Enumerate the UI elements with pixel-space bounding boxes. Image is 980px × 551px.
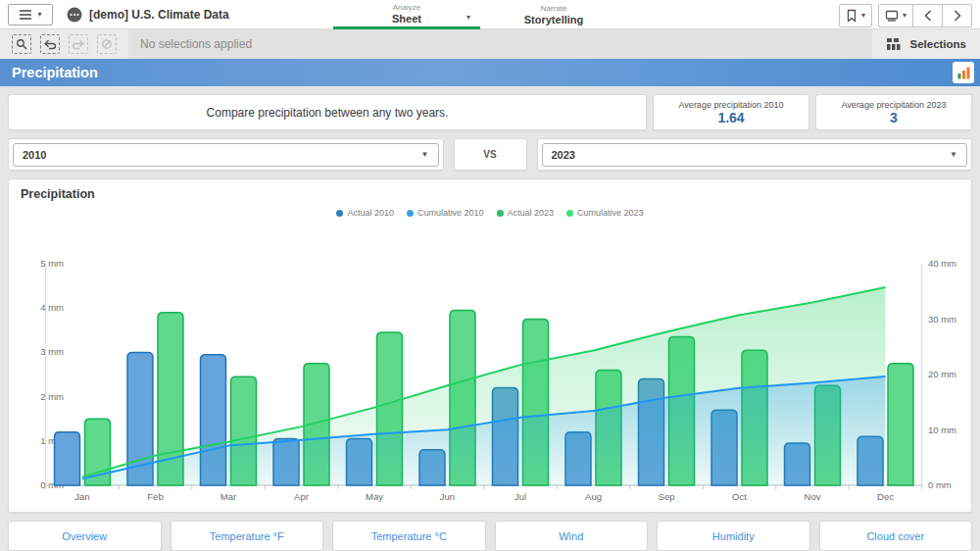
tab-label: Sheet <box>392 13 421 25</box>
smart-search-button[interactable] <box>12 34 31 54</box>
legend-dot <box>407 210 414 217</box>
chevron-left-icon <box>924 10 932 22</box>
svg-text:May: May <box>366 491 383 502</box>
svg-text:Jul: Jul <box>514 491 526 502</box>
nav-button-temperature-f[interactable]: Temperature °F <box>171 521 324 551</box>
year-selector-row: 2010 ▼ VS 2023 ▼ <box>8 138 972 171</box>
kpi-avg-precip-2023[interactable]: Average precipitation 2023 3 <box>815 94 972 130</box>
tab-analyze-sheet[interactable]: Analyze Sheet ▾ <box>333 0 480 29</box>
svg-text:Feb: Feb <box>147 491 163 502</box>
legend-label: Actual 2023 <box>508 208 555 218</box>
precipitation-chart-card[interactable]: Precipitation Actual 2010 Cumulative 201… <box>8 178 972 513</box>
selections-bar: No selections applied Selections <box>0 29 980 59</box>
tab-sub-label: Narrate <box>541 4 567 14</box>
svg-text:Sep: Sep <box>659 491 675 502</box>
legend-item-actual-2023[interactable]: Actual 2023 <box>497 208 555 218</box>
svg-text:Jan: Jan <box>74 491 89 502</box>
global-menu-button[interactable]: ▾ <box>8 4 53 25</box>
legend-item-cumulative-2023[interactable]: Cumulative 2023 <box>566 208 644 218</box>
top-actions: ▾ ▾ <box>839 4 972 27</box>
nav-button-wind[interactable]: Wind <box>495 521 649 551</box>
legend-item-actual-2010[interactable]: Actual 2010 <box>336 208 394 218</box>
selections-tool-button[interactable]: Selections <box>872 29 980 59</box>
kpi-row: Compare precipitation between any two ye… <box>8 94 972 130</box>
selections-grid-icon <box>886 37 902 51</box>
svg-text:30 mm: 30 mm <box>928 314 956 325</box>
chevron-down-icon: ▼ <box>950 151 957 159</box>
combo-chart[interactable]: 0 mm1 mm2 mm3 mm4 mm5 mm0 mm10 mm20 mm30… <box>9 241 967 508</box>
chart-plot-area[interactable]: 0 mm1 mm2 mm3 mm4 mm5 mm0 mm10 mm20 mm30… <box>9 241 971 512</box>
svg-text:40 mm: 40 mm <box>928 258 956 269</box>
nav-button-overview[interactable]: Overview <box>8 521 162 551</box>
svg-text:4 mm: 4 mm <box>40 302 64 313</box>
legend-dot <box>336 210 343 217</box>
svg-text:2 mm: 2 mm <box>40 391 64 402</box>
nav-button-temperature-c[interactable]: Temperature °C <box>332 521 486 551</box>
chevron-down-icon: ▾ <box>903 12 906 20</box>
step-back-button[interactable] <box>40 34 60 54</box>
app-title: [demo] U.S. Climate Data <box>89 8 229 22</box>
svg-text:0 mm: 0 mm <box>928 479 952 490</box>
svg-text:20 mm: 20 mm <box>928 369 956 379</box>
next-sheet-button[interactable] <box>942 5 971 26</box>
vs-label: VS <box>454 138 527 171</box>
chevron-down-icon: ▾ <box>466 13 470 22</box>
tab-narrate-storytelling[interactable]: Narrate Storytelling <box>480 0 627 29</box>
year-dropdown-left[interactable]: 2010 ▼ <box>13 143 439 167</box>
kpi-value: 1.64 <box>717 111 744 125</box>
chart-legend: Actual 2010 Cumulative 2010 Actual 2023 … <box>9 201 971 225</box>
tab-label: Storytelling <box>524 14 584 25</box>
top-bar: ▾ [demo] U.S. Climate Data Analyze Sheet… <box>0 0 980 29</box>
hamburger-icon <box>19 9 32 21</box>
svg-text:Nov: Nov <box>805 491 821 502</box>
legend-label: Actual 2010 <box>347 208 394 218</box>
step-forward-button[interactable] <box>69 34 88 54</box>
bar-chart-icon <box>956 66 971 80</box>
selections-message: No selections applied <box>128 29 872 59</box>
previous-sheet-button[interactable] <box>912 5 942 26</box>
chart-title: Precipitation <box>9 179 971 201</box>
kpi-value: 3 <box>890 111 898 125</box>
chevron-down-icon: ▼ <box>421 151 429 159</box>
mode-tabs: Analyze Sheet ▾ Narrate Storytelling <box>333 0 627 29</box>
nav-button-cloud-cover[interactable]: Cloud cover <box>819 521 973 551</box>
year-dropdown-card-left: 2010 ▼ <box>8 138 444 171</box>
svg-text:3 mm: 3 mm <box>40 346 64 357</box>
bookmarks-button[interactable]: ▾ <box>840 5 871 26</box>
nav-button-humidity[interactable]: Humidity <box>657 521 810 551</box>
compare-instruction-text: Compare precipitation between any two ye… <box>8 94 647 130</box>
sheet-content: Compare precipitation between any two ye… <box>0 86 980 551</box>
legend-label: Cumulative 2010 <box>417 208 484 218</box>
sheet-title: Precipitation <box>12 65 98 80</box>
clear-selections-button[interactable] <box>97 34 117 54</box>
search-icon <box>16 38 27 50</box>
chevron-down-icon: ▾ <box>37 11 41 19</box>
legend-item-cumulative-2010[interactable]: Cumulative 2010 <box>407 208 484 218</box>
year-dropdown-right[interactable]: 2023 ▼ <box>542 143 968 167</box>
sheet-header: Precipitation <box>0 59 980 86</box>
svg-text:Dec: Dec <box>877 491 894 502</box>
legend-label: Cumulative 2023 <box>577 208 644 218</box>
sheet-nav-row: Overview Temperature °F Temperature °C W… <box>8 521 972 551</box>
svg-text:Apr: Apr <box>294 491 309 502</box>
svg-text:Mar: Mar <box>220 491 236 502</box>
clear-all-icon <box>101 38 113 50</box>
year-dropdown-card-right: 2023 ▼ <box>537 138 973 171</box>
dropdown-value: 2010 <box>23 149 46 161</box>
legend-dot <box>566 210 573 217</box>
app-ellipsis-icon <box>67 7 82 23</box>
sheet-thumbnail-button[interactable] <box>953 62 974 83</box>
sheet-icon <box>885 10 899 22</box>
app-identity[interactable]: [demo] U.S. Climate Data <box>67 7 229 23</box>
sheets-button[interactable]: ▾ <box>879 5 912 26</box>
legend-dot <box>497 210 504 217</box>
redo-arrow-icon <box>73 39 84 50</box>
svg-text:10 mm: 10 mm <box>928 425 956 435</box>
chevron-down-icon: ▾ <box>861 12 865 20</box>
svg-text:Oct: Oct <box>732 491 747 502</box>
kpi-avg-precip-2010[interactable]: Average precipitation 2010 1.64 <box>653 94 809 130</box>
bookmark-icon <box>846 9 858 23</box>
undo-arrow-icon <box>44 39 56 50</box>
dropdown-value: 2023 <box>552 149 575 161</box>
svg-text:5 mm: 5 mm <box>40 258 64 269</box>
